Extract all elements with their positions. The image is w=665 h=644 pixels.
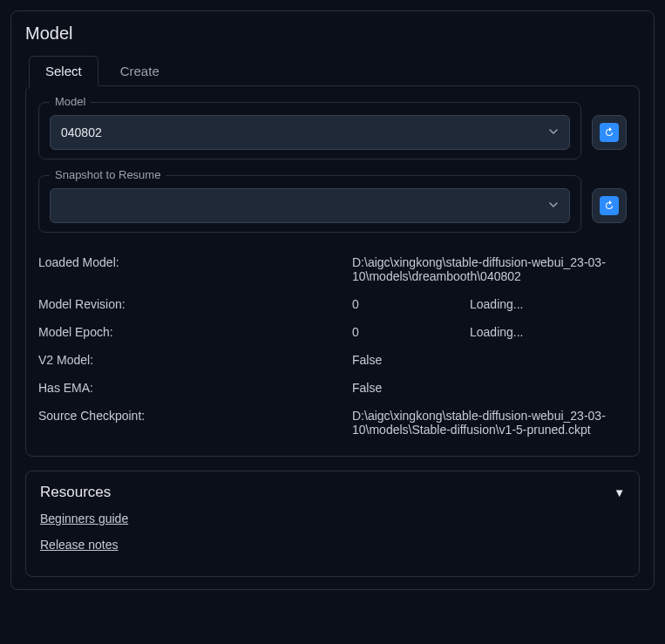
info-row-loaded-model: Loaded Model: D:\aigc\xingkong\stable-di…: [38, 248, 627, 290]
info-row-source-checkpoint: Source Checkpoint: D:\aigc\xingkong\stab…: [38, 402, 627, 444]
info-row-has-ema: Has EMA: False: [38, 374, 627, 402]
model-panel: Model Select Create Model 040802: [10, 10, 655, 590]
info-value: 0: [352, 325, 470, 339]
info-label: Model Revision:: [38, 297, 352, 311]
chevron-down-icon: [548, 200, 559, 213]
model-dropdown-value: 040802: [61, 125, 102, 139]
info-label: Source Checkpoint:: [38, 409, 352, 437]
snapshot-dropdown[interactable]: [50, 188, 570, 223]
info-row-model-revision: Model Revision: 0 Loading...: [38, 290, 627, 318]
resources-panel: Resources ▼ Beginners guide Release note…: [25, 471, 640, 577]
model-field-legend: Model: [50, 95, 91, 108]
info-grid: Loaded Model: D:\aigc\xingkong\stable-di…: [38, 248, 627, 444]
snapshot-field-row: Snapshot to Resume: [38, 175, 627, 233]
model-field-wrap: Model 040802: [38, 102, 581, 159]
chevron-down-icon: [548, 126, 559, 139]
resources-links: Beginners guide Release notes: [40, 512, 625, 552]
panel-title: Model: [25, 24, 640, 44]
info-value: D:\aigc\xingkong\stable-diffusion-webui_…: [352, 409, 627, 437]
snapshot-field-legend: Snapshot to Resume: [50, 168, 166, 181]
release-notes-link[interactable]: Release notes: [40, 538, 625, 552]
info-status: Loading...: [470, 297, 627, 311]
beginners-guide-link[interactable]: Beginners guide: [40, 512, 625, 525]
refresh-icon: [600, 123, 619, 142]
resources-title: Resources: [40, 484, 111, 501]
model-refresh-button[interactable]: [592, 115, 627, 150]
snapshot-field-wrap: Snapshot to Resume: [38, 175, 581, 233]
resources-header[interactable]: Resources ▼: [40, 484, 625, 501]
info-label: Has EMA:: [38, 381, 352, 395]
model-dropdown[interactable]: 040802: [50, 115, 570, 150]
info-value: 0: [352, 297, 470, 311]
info-value: False: [352, 381, 627, 395]
info-value: False: [352, 353, 627, 367]
snapshot-refresh-button[interactable]: [592, 188, 627, 223]
info-row-v2-model: V2 Model: False: [38, 346, 627, 374]
model-field-row: Model 040802: [38, 102, 627, 159]
tabs: Select Create: [25, 56, 640, 86]
info-label: Model Epoch:: [38, 325, 352, 339]
info-label: Loaded Model:: [38, 255, 352, 283]
info-label: V2 Model:: [38, 353, 352, 367]
tab-content-select: Model 040802 Snapshot to Resume: [25, 85, 640, 457]
tab-select[interactable]: Select: [29, 56, 98, 86]
refresh-icon: [600, 196, 619, 215]
info-row-model-epoch: Model Epoch: 0 Loading...: [38, 318, 627, 346]
info-status: Loading...: [470, 325, 627, 339]
info-value: D:\aigc\xingkong\stable-diffusion-webui_…: [352, 255, 627, 283]
tab-create[interactable]: Create: [104, 56, 176, 86]
triangle-down-icon: ▼: [614, 486, 625, 499]
